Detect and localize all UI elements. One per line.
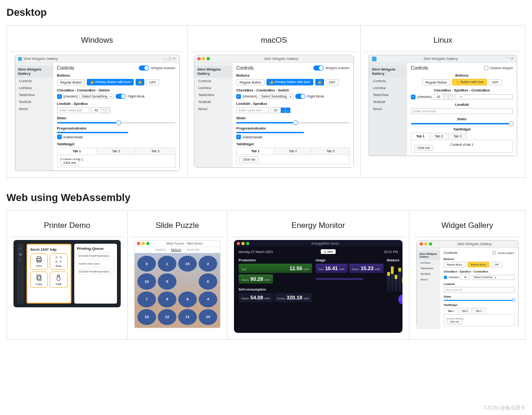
traffic-lights[interactable] [197, 57, 210, 60]
tab-1[interactable]: Tab 1 [444, 308, 458, 314]
disable-checkbox[interactable] [493, 251, 496, 254]
tab-2[interactable]: Tab 2 [458, 308, 472, 314]
sidebar-item-textedit[interactable]: TextEdit [195, 98, 233, 105]
checkbox[interactable]: ✓ [444, 276, 447, 279]
spin-down-icon[interactable]: − [281, 107, 286, 113]
regular-button[interactable]: Regular Button [444, 262, 466, 267]
sidebar-item-controls[interactable]: Controls [369, 78, 407, 84]
scan-button[interactable]: Scan [50, 253, 67, 270]
tab-2[interactable]: Tab 2 [430, 133, 448, 140]
enable-toggle[interactable] [139, 65, 149, 71]
puzzle-tile[interactable]: 10 [137, 309, 156, 325]
clickme-button[interactable]: Click me [240, 156, 259, 162]
sidebar-item-tableview[interactable]: TableView [15, 91, 53, 98]
regular-button[interactable]: Regular Button [236, 79, 265, 85]
sidebar-item-about[interactable]: About [417, 277, 440, 282]
spin-down-icon[interactable]: ˅ [448, 94, 453, 100]
puzzle-tile[interactable]: 9 [158, 292, 176, 307]
spin-up-icon[interactable]: ˄ [444, 94, 448, 100]
puzzle-tile[interactable]: 5 [158, 273, 176, 289]
text-input[interactable]: Enter some text [236, 107, 269, 113]
sidebar-item-tableview[interactable]: TableView [195, 91, 233, 98]
regular-button[interactable]: Regular Button [57, 79, 85, 85]
checkbox[interactable]: ✓ [236, 94, 241, 99]
spinbox[interactable]: 42˄˅ [91, 107, 111, 113]
sidebar-item-listview[interactable]: ListView [417, 260, 440, 266]
icon-button[interactable]: 👍 [136, 79, 144, 85]
indeterminate-checkbox[interactable]: ✓ [236, 135, 241, 139]
puzzle-tile[interactable]: 14 [199, 309, 217, 325]
spin-down-icon[interactable]: ˅ [106, 107, 110, 113]
spinbox[interactable]: 42−+ [271, 107, 291, 113]
combobox[interactable] [455, 94, 513, 99]
sidebar-item-textedit[interactable]: TextEdit [417, 271, 440, 277]
drop-icon[interactable]: ◍ [19, 253, 22, 256]
sidebar-item-tableview[interactable]: TableView [369, 91, 407, 98]
puzzle-tile[interactable]: 7 [137, 292, 156, 307]
widget-gallery-thumb[interactable]: Slint Widgets Gallery Slint Widgets Gall… [416, 240, 519, 328]
printer-demo-thumb[interactable]: ⌂◍☾ Xerol 1347 hdp Print Scan Copy USB P… [13, 240, 121, 307]
sidebar-item-controls[interactable]: Controls [15, 78, 53, 84]
puzzle-tile[interactable]: 15 [178, 256, 197, 272]
indeterminate-checkbox[interactable]: ✓ [57, 135, 62, 139]
print-button[interactable]: Print [30, 253, 48, 270]
slider[interactable] [444, 300, 514, 301]
tab-3[interactable]: Tab 3 [472, 308, 486, 314]
sidebar-item-about[interactable]: About [195, 105, 233, 112]
fab-next-button[interactable]: → [398, 294, 402, 305]
sidebar-item-about[interactable]: About [15, 105, 53, 112]
puzzle-tile[interactable]: 8 [178, 292, 197, 307]
icon-button[interactable]: 👍 [315, 79, 324, 85]
text-input[interactable]: Enter some text [411, 108, 513, 114]
queue-file[interactable]: Adress-lists.docx [77, 260, 115, 267]
tab-1[interactable]: Tab 1 [237, 148, 274, 155]
sidebar-item-listview[interactable]: ListView [369, 84, 407, 91]
window-controls[interactable]: ˅ ˄ ✕ [505, 57, 514, 61]
queue-file[interactable]: 210106-FinalPresentatio… [77, 253, 115, 259]
regular-button-2[interactable]: Regular Button [467, 262, 489, 267]
sidebar-item-listview[interactable]: ListView [195, 84, 233, 91]
primary-button[interactable]: 👍 Primary Button with Icon [266, 79, 313, 85]
sidebar-item-about[interactable]: About [369, 105, 407, 112]
flight-toggle[interactable] [116, 94, 126, 99]
combobox[interactable]: Select Something [79, 94, 114, 99]
puzzle-tab-simple[interactable]: SIMPLE [155, 248, 165, 252]
tab-3[interactable]: Tab 3 [136, 148, 175, 155]
puzzle-tile[interactable]: 4 [199, 292, 217, 307]
tab-3[interactable]: Tab 3 [448, 133, 467, 140]
puzzle-tile[interactable]: 11 [178, 309, 197, 325]
home-icon[interactable]: ⌂ [19, 246, 21, 250]
puzzle-tile[interactable]: 1 [158, 256, 176, 272]
sidebar-item-textedit[interactable]: TextEdit [15, 98, 53, 105]
puzzle-tab-berlin[interactable]: BERLIN [171, 248, 181, 252]
clickme-button[interactable]: Click me [447, 319, 462, 324]
clickme-button[interactable]: Click me [60, 160, 79, 166]
puzzle-tile[interactable]: 2 [199, 256, 217, 272]
usb-button[interactable]: USB [50, 272, 67, 288]
puzzle-demo-thumb[interactable]: Slide Puzzle - Slint Demo SIMPLE BERLIN … [134, 240, 221, 328]
puzzle-tile[interactable] [178, 273, 197, 289]
slider[interactable] [411, 123, 513, 124]
primary-button[interactable]: 👍 Button with Icon [452, 79, 487, 85]
text-input[interactable]: Enter some text [444, 287, 514, 292]
tab-1[interactable]: Tab 1 [58, 148, 97, 155]
combobox[interactable]: Select Something [259, 94, 293, 99]
text-input[interactable]: Enter some text [57, 107, 90, 113]
queue-file[interactable]: 210106-FinalPresentatio… [77, 268, 115, 275]
spinbox[interactable]: 42˄˅ [434, 94, 453, 100]
slider[interactable] [57, 122, 175, 123]
puzzle-tile[interactable]: 12 [158, 309, 176, 325]
sidebar-item-tableview[interactable]: TableView [417, 266, 440, 271]
regular-button[interactable]: Regular Button [422, 79, 450, 85]
spinbox[interactable]: 42 [461, 274, 470, 280]
combobox[interactable]: Select Something [472, 275, 514, 280]
checkbox[interactable]: ✓ [57, 94, 62, 99]
primary-button[interactable]: 👍 Primary Button with Icon [87, 79, 134, 85]
clickme-button[interactable]: Click me [414, 145, 433, 151]
tab-2[interactable]: Tab 2 [97, 148, 136, 155]
puzzle-tile[interactable]: 13 [137, 273, 156, 289]
disable-checkbox[interactable] [484, 66, 488, 70]
window-controls[interactable]: — ▢ ✕ [163, 57, 176, 61]
checkbox[interactable]: ✓ [411, 95, 415, 99]
off-button[interactable]: OFF [146, 79, 159, 85]
